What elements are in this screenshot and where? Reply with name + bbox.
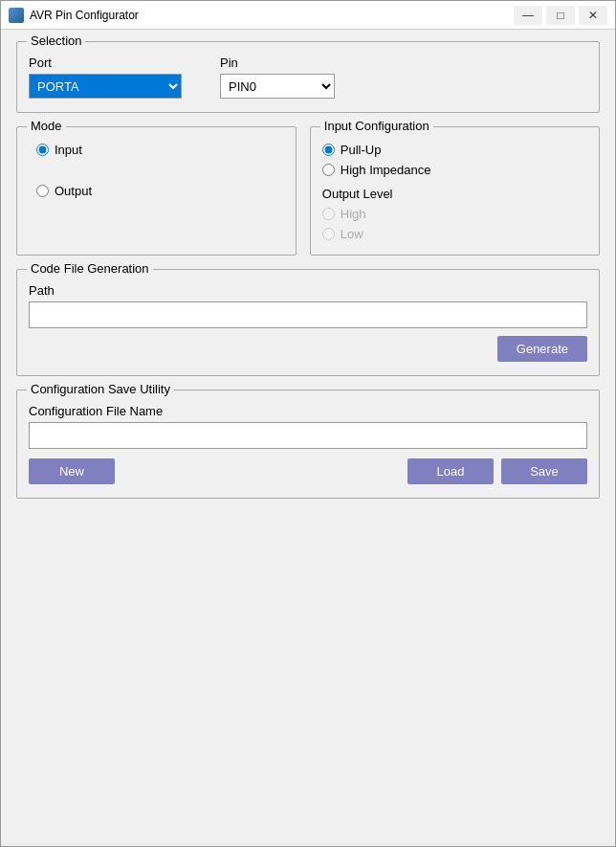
mode-output-radio[interactable]	[36, 185, 49, 197]
main-window: AVR Pin Configurator — □ ✕ Selection Por…	[0, 0, 616, 847]
new-button[interactable]: New	[29, 458, 115, 484]
mode-input-option[interactable]: Input	[36, 143, 276, 157]
window-title: AVR Pin Configurator	[30, 9, 139, 22]
title-bar: AVR Pin Configurator — □ ✕	[1, 1, 615, 30]
mode-section-label: Mode	[27, 119, 66, 133]
code-file-section: Code File Generation Path Generate	[16, 269, 600, 376]
input-config-group: Pull-Up High Impedance	[322, 143, 587, 177]
port-select[interactable]: PORTA PORTB PORTC PORTD	[29, 74, 182, 99]
selection-row: Port PORTA PORTB PORTC PORTD Pin PIN0 PI…	[29, 52, 587, 99]
pull-up-radio[interactable]	[322, 144, 335, 156]
title-bar-left: AVR Pin Configurator	[9, 8, 139, 23]
close-button[interactable]: ✕	[579, 6, 607, 25]
save-button[interactable]: Save	[501, 458, 587, 484]
low-level-radio	[322, 228, 335, 240]
config-buttons-right: Load Save	[407, 458, 587, 484]
config-buttons-row: New Load Save	[29, 458, 587, 484]
high-level-label: High	[341, 207, 366, 221]
main-content: Selection Port PORTA PORTB PORTC PORTD P…	[1, 30, 615, 846]
title-bar-controls: — □ ✕	[514, 6, 607, 25]
high-impedance-option[interactable]: High Impedance	[322, 163, 587, 177]
mode-output-label: Output	[55, 184, 92, 198]
output-level-title: Output Level	[322, 187, 587, 201]
high-impedance-radio[interactable]	[322, 164, 335, 176]
minimize-button[interactable]: —	[514, 6, 542, 25]
config-file-name-label: Configuration File Name	[29, 404, 587, 418]
mode-config-row: Mode Input Output Input Configuration Pu…	[16, 126, 600, 256]
load-button[interactable]: Load	[407, 458, 494, 484]
path-input[interactable]	[29, 301, 587, 328]
high-impedance-label: High Impedance	[341, 163, 431, 177]
path-label: Path	[29, 283, 587, 298]
code-file-section-label: Code File Generation	[27, 261, 153, 276]
config-save-section-label: Configuration Save Utility	[27, 382, 174, 396]
pin-select[interactable]: PIN0 PIN1 PIN2 PIN3 PIN4 PIN5 PIN6 PIN7	[220, 74, 335, 99]
high-level-option: High	[322, 207, 587, 221]
app-icon	[9, 8, 24, 23]
mode-input-radio[interactable]	[36, 144, 49, 156]
mode-input-label: Input	[55, 143, 82, 157]
config-file-input[interactable]	[29, 422, 587, 449]
config-section: Input Configuration Pull-Up High Impedan…	[310, 126, 600, 256]
port-field-group: Port PORTA PORTB PORTC PORTD	[29, 56, 182, 99]
low-level-label: Low	[341, 227, 363, 241]
maximize-button[interactable]: □	[546, 6, 575, 25]
high-level-radio	[322, 208, 335, 220]
generate-button[interactable]: Generate	[497, 336, 587, 362]
pull-up-label: Pull-Up	[341, 143, 382, 157]
output-level-group: High Low	[322, 207, 587, 241]
pin-label: Pin	[220, 56, 335, 70]
selection-section-label: Selection	[27, 33, 85, 48]
config-save-section: Configuration Save Utility Configuration…	[16, 390, 600, 499]
port-label: Port	[29, 56, 182, 70]
selection-section: Selection Port PORTA PORTB PORTC PORTD P…	[16, 41, 600, 113]
generate-row: Generate	[29, 336, 587, 362]
pull-up-option[interactable]: Pull-Up	[322, 143, 587, 157]
low-level-option: Low	[322, 227, 587, 241]
input-config-label: Input Configuration	[320, 119, 433, 133]
mode-section: Mode Input Output	[16, 126, 297, 256]
pin-field-group: Pin PIN0 PIN1 PIN2 PIN3 PIN4 PIN5 PIN6 P…	[220, 56, 335, 99]
mode-output-option[interactable]: Output	[36, 184, 276, 198]
output-level-section: Output Level High Low	[322, 187, 587, 241]
